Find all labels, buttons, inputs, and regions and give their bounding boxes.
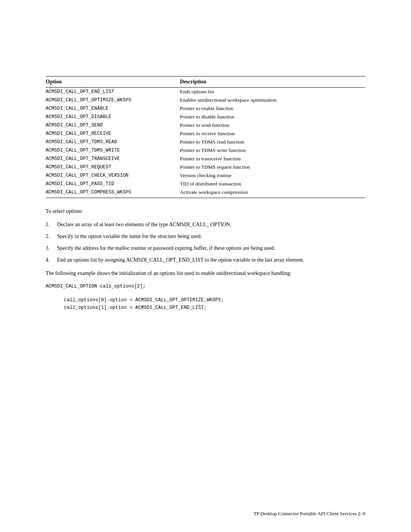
table-cell-option: ACMSDI_CALL_OPT_END_LIST [46,88,180,96]
list-item-1: 1. Declare an array of at least two elem… [46,220,365,228]
table-cell-description: Pointer to enable function [180,104,365,113]
table-row: ACMSDI_CALL_OPT_COMPRESS_WKSPSActivate w… [46,188,365,198]
table-cell-option: ACMSDI_CALL_OPT_SEND [46,121,180,129]
intro-text: To select options: [46,207,365,215]
table-row: ACMSDI_CALL_OPT_CHECK_VERSIONVersion che… [46,171,365,180]
table-cell-description: Pointer to TDMS read function [180,138,365,146]
list-content-2: Specify in the option variable the name … [57,232,365,240]
table-cell-option: ACMSDI_CALL_OPT_CHECK_VERSION [46,171,180,180]
table-cell-option: ACMSDI_CALL_OPT_DISABLE [46,113,180,121]
list-content-4: End an options list by assigning ACMSDI_… [57,256,365,264]
table-row: ACMSDI_CALL_OPT_RECEIVEPointer to receiv… [46,129,365,138]
table-cell-description: Pointer to disable function [180,113,365,121]
table-cell-option: ACMSDI_CALL_OPT_REQUEST [46,163,180,171]
table-row: ACMSDI_CALL_OPT_PASS_TIDTID of distribut… [46,180,365,188]
table-row: ACMSDI_CALL_OPT_DISABLEPointer to disabl… [46,113,365,121]
list-content-1: Declare an array of at least two element… [57,220,365,228]
table-cell-description: Pointer to TDMS write function [180,146,365,155]
table-cell-description: Pointer to TDMS request function [180,163,365,171]
list-num-3: 3. [46,244,57,252]
table-cell-description: Enables unidirectional workspace optimiz… [180,96,365,104]
footer: TP Desktop Connector Portable API Client… [0,511,411,517]
col-description-header: Description [180,77,365,88]
list-item-2: 2. Specify in the option variable the na… [46,232,365,240]
table-cell-option: ACMSDI_CALL_OPT_RECEIVE [46,129,180,138]
example-intro: The following example shows the initiali… [46,269,365,277]
table-row: ACMSDI_CALL_OPT_OPTIMIZE_WKSPSEnables un… [46,96,365,104]
code-block: ACMSDI_CALL_OPTION call_options[2]; call… [46,283,365,312]
list-num-1: 1. [46,220,57,228]
table-row: ACMSDI_CALL_OPT_END_LISTEnds options lis… [46,88,365,96]
table-cell-option: ACMSDI_CALL_OPT_TRANSCEIVE [46,155,180,163]
table-cell-option: ACMSDI_CALL_OPT_COMPRESS_WKSPS [46,188,180,198]
list-item-4: 4. End an options list by assigning ACMS… [46,256,365,264]
page: Option Description ACMSDI_CALL_OPT_END_L… [0,0,411,532]
table-row: ACMSDI_CALL_OPT_REQUESTPointer to TDMS r… [46,163,365,171]
table-cell-option: ACMSDI_CALL_OPT_ENABLE [46,104,180,113]
list-content-3: Specify the address for the malloc routi… [57,244,365,252]
table-row: ACMSDI_CALL_OPT_TDMS_READPointer to TDMS… [46,138,365,146]
table-cell-description: Pointer to transceive function [180,155,365,163]
table-cell-description: TID of distributed transaction [180,180,365,188]
code-main-line: ACMSDI_CALL_OPTION call_options[2]; [46,283,365,290]
code-line-2: call_options[1].option = ACMSDI_CALL_OPT… [46,304,365,312]
list-num-4: 4. [46,256,57,264]
list-item-3: 3. Specify the address for the malloc ro… [46,244,365,252]
table-cell-option: ACMSDI_CALL_OPT_TDMS_READ [46,138,180,146]
code-line-1: call_options[0].option = ACMSDI_CALL_OPT… [46,296,365,304]
options-table: Option Description ACMSDI_CALL_OPT_END_L… [46,76,365,198]
list-num-2: 2. [46,232,57,240]
table-cell-option: ACMSDI_CALL_OPT_PASS_TID [46,180,180,188]
table-row: ACMSDI_CALL_OPT_ENABLEPointer to enable … [46,104,365,113]
table-cell-description: Version checking routine [180,171,365,180]
table-cell-description: Ends options list [180,88,365,96]
table-cell-option: ACMSDI_CALL_OPT_OPTIMIZE_WKSPS [46,96,180,104]
table-cell-description: Pointer to receive function [180,129,365,138]
footer-text: TP Desktop Connector Portable API Client… [253,511,365,517]
table-row: ACMSDI_CALL_OPT_TRANSCEIVEPointer to tra… [46,155,365,163]
table-row: ACMSDI_CALL_OPT_TDMS_WRITEPointer to TDM… [46,146,365,155]
table-cell-option: ACMSDI_CALL_OPT_TDMS_WRITE [46,146,180,155]
table-cell-description: Activate workspace compression [180,188,365,198]
options-table-container: Option Description ACMSDI_CALL_OPT_END_L… [46,76,365,198]
table-cell-description: Pointer to send function [180,121,365,129]
steps-list: 1. Declare an array of at least two elem… [46,220,365,264]
table-row: ACMSDI_CALL_OPT_SENDPointer to send func… [46,121,365,129]
col-option-header: Option [46,77,180,88]
